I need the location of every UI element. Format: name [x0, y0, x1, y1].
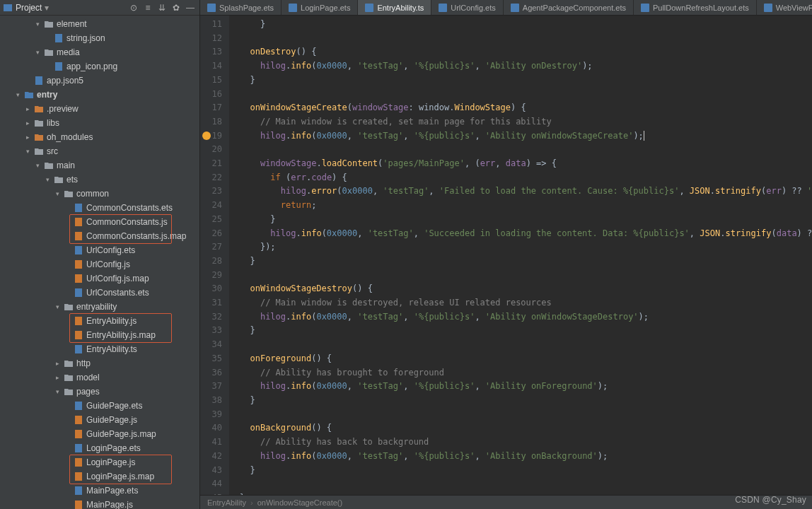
editor-tab[interactable]: UrlConfig.ets: [431, 0, 504, 15]
tree-item[interactable]: ▸.preview: [0, 102, 199, 116]
tree-arrow-icon[interactable]: [24, 77, 31, 84]
tree-item-label: http: [76, 358, 91, 368]
tree-arrow-icon[interactable]: ▸: [24, 105, 31, 112]
tree-item[interactable]: ▾main: [0, 158, 199, 172]
project-dropdown-icon[interactable]: ▾: [45, 3, 49, 13]
tree-arrow-icon[interactable]: [64, 416, 71, 423]
tree-item[interactable]: app.json5: [0, 74, 199, 88]
tree-arrow-icon[interactable]: [64, 275, 71, 282]
folder-icon: [34, 104, 44, 114]
tree-item[interactable]: ▾element: [0, 17, 199, 31]
editor-tab[interactable]: AgentPackageComponent.ets: [504, 0, 634, 15]
tree-item[interactable]: ▾entry: [0, 88, 199, 102]
tree-item[interactable]: EntryAbility.js: [0, 314, 199, 328]
intention-bulb-icon[interactable]: [202, 131, 211, 140]
tree-item[interactable]: ▾entryability: [0, 300, 199, 314]
tree-item-label: common: [76, 189, 109, 199]
hide-icon[interactable]: —: [184, 1, 197, 14]
tree-item[interactable]: ▾pages: [0, 385, 199, 399]
tree-item-label: UrlConfig.js.map: [86, 274, 149, 283]
tree-arrow-icon[interactable]: ▾: [54, 303, 61, 310]
tree-item[interactable]: CommonConstants.js: [0, 215, 199, 229]
tree-arrow-icon[interactable]: [64, 459, 71, 466]
tree-item[interactable]: UrlConstants.ets: [0, 286, 199, 300]
tree-item[interactable]: ▸libs: [0, 116, 199, 130]
project-icon: [3, 3, 13, 13]
tree-arrow-icon[interactable]: [64, 261, 71, 268]
tree-arrow-icon[interactable]: [64, 487, 71, 494]
tree-item[interactable]: ▸oh_modules: [0, 130, 199, 144]
editor-tab[interactable]: SplashPage.ets: [200, 0, 282, 15]
file-icon: [74, 429, 83, 439]
tree-item[interactable]: LoginPage.js: [0, 455, 199, 469]
tree-item[interactable]: CommonConstants.ets: [0, 201, 199, 215]
breadcrumb-class[interactable]: EntryAbility: [207, 498, 246, 507]
gear-icon[interactable]: ✿: [170, 1, 182, 14]
tree-item[interactable]: app_icon.png: [0, 59, 199, 74]
tree-item[interactable]: UrlConfig.js.map: [0, 271, 199, 286]
editor-tab[interactable]: LoginPage.ets: [282, 0, 358, 15]
tree-item[interactable]: ▾src: [0, 144, 199, 158]
tree-arrow-icon[interactable]: [64, 346, 71, 353]
tree-arrow-icon[interactable]: [64, 473, 71, 480]
tree-arrow-icon[interactable]: [64, 332, 71, 339]
file-icon: [74, 401, 83, 411]
tree-arrow-icon[interactable]: [64, 204, 71, 211]
tree-item[interactable]: EntryAbility.js.map: [0, 328, 199, 342]
tree-arrow-icon[interactable]: [64, 445, 71, 452]
tree-arrow-icon[interactable]: ▾: [34, 21, 41, 28]
tree-item[interactable]: ▾ets: [0, 172, 199, 187]
breadcrumb[interactable]: EntryAbility › onWindowStageCreate(): [200, 495, 812, 509]
tree-arrow-icon[interactable]: ▸: [54, 374, 61, 381]
editor-tab[interactable]: WebViewPage.ets: [757, 0, 812, 15]
file-icon: [34, 76, 44, 86]
folder-icon: [64, 189, 74, 199]
tree-arrow-icon[interactable]: [64, 317, 71, 324]
tree-item[interactable]: UrlConfig.js: [0, 257, 199, 271]
select-opened-file-icon[interactable]: ⊙: [127, 1, 140, 14]
tree-arrow-icon[interactable]: ▸: [54, 360, 61, 367]
tree-arrow-icon[interactable]: [64, 289, 71, 296]
tree-item[interactable]: GuidePage.js: [0, 413, 199, 427]
tree-item[interactable]: MainPage.js: [0, 498, 199, 509]
tree-arrow-icon[interactable]: ▾: [34, 162, 41, 169]
tree-arrow-icon[interactable]: ▾: [24, 148, 31, 155]
tree-item[interactable]: ▸http: [0, 356, 199, 370]
tree-item[interactable]: LoginPage.js.map: [0, 469, 199, 484]
tree-item[interactable]: CommonConstants.js.map: [0, 229, 199, 243]
tree-arrow-icon[interactable]: ▸: [24, 119, 31, 127]
file-tree[interactable]: ▾elementstring.json▾mediaapp_icon.pngapp…: [0, 16, 199, 509]
code-area[interactable]: 11 12 13 14 15 16 17 18 19 20 21 22 23 2…: [200, 16, 812, 495]
tree-arrow-icon[interactable]: [64, 247, 71, 254]
expand-all-icon[interactable]: ≡: [141, 1, 154, 14]
collapse-all-icon[interactable]: ⇊: [156, 1, 168, 14]
tree-item[interactable]: EntryAbility.ts: [0, 342, 199, 356]
editor-tab[interactable]: PullDownRefreshLayout.ets: [634, 0, 757, 15]
tree-item[interactable]: UrlConfig.ets: [0, 243, 199, 257]
tree-arrow-icon[interactable]: ▾: [44, 176, 51, 183]
tree-arrow-icon[interactable]: ▾: [34, 49, 41, 56]
tree-arrow-icon[interactable]: [44, 63, 51, 70]
project-title[interactable]: Project: [16, 3, 42, 13]
tree-item[interactable]: MainPage.ets: [0, 484, 199, 498]
code[interactable]: } onDestroy() { hilog.info(0x0000, 'test…: [230, 16, 812, 495]
tree-item[interactable]: LoginPage.ets: [0, 441, 199, 455]
tree-item[interactable]: ▾media: [0, 45, 199, 59]
tree-arrow-icon[interactable]: [64, 501, 71, 508]
tree-arrow-icon[interactable]: [64, 431, 71, 438]
tree-item[interactable]: ▸model: [0, 370, 199, 385]
tree-arrow-icon[interactable]: ▸: [24, 134, 31, 141]
tree-item[interactable]: ▾common: [0, 187, 199, 201]
tree-item[interactable]: GuidePage.ets: [0, 399, 199, 413]
tree-arrow-icon[interactable]: [64, 218, 71, 226]
tree-item[interactable]: GuidePage.js.map: [0, 427, 199, 441]
tree-arrow-icon[interactable]: [64, 233, 71, 240]
tree-item[interactable]: string.json: [0, 31, 199, 45]
tree-arrow-icon[interactable]: [64, 402, 71, 409]
breadcrumb-method[interactable]: onWindowStageCreate(): [257, 498, 342, 507]
tree-arrow-icon[interactable]: [44, 35, 51, 42]
tree-arrow-icon[interactable]: ▾: [54, 388, 61, 395]
tree-arrow-icon[interactable]: ▾: [54, 190, 61, 197]
editor-tab[interactable]: EntryAbility.ts: [358, 0, 431, 15]
tree-arrow-icon[interactable]: ▾: [14, 91, 21, 98]
